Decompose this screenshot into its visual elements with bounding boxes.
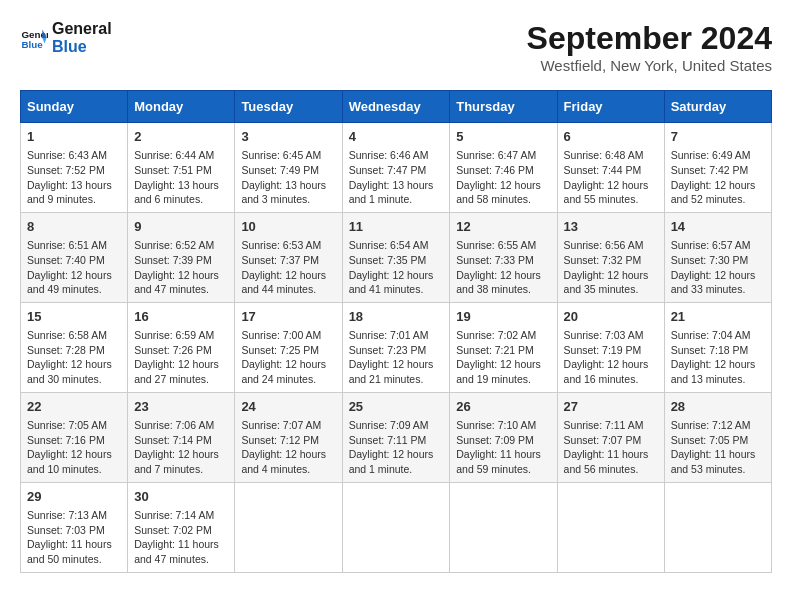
page-subtitle: Westfield, New York, United States bbox=[527, 57, 772, 74]
title-section: September 2024 Westfield, New York, Unit… bbox=[527, 20, 772, 74]
week-row-3: 15Sunrise: 6:58 AMSunset: 7:28 PMDayligh… bbox=[21, 302, 772, 392]
day-number: 1 bbox=[27, 128, 121, 146]
header-row: Sunday Monday Tuesday Wednesday Thursday… bbox=[21, 91, 772, 123]
day-number: 7 bbox=[671, 128, 765, 146]
day-number: 13 bbox=[564, 218, 658, 236]
day-number: 30 bbox=[134, 488, 228, 506]
calendar-cell: 19Sunrise: 7:02 AMSunset: 7:21 PMDayligh… bbox=[450, 302, 557, 392]
day-info: Sunrise: 6:49 AMSunset: 7:42 PMDaylight:… bbox=[671, 148, 765, 207]
header-sunday: Sunday bbox=[21, 91, 128, 123]
day-info: Sunrise: 7:07 AMSunset: 7:12 PMDaylight:… bbox=[241, 418, 335, 477]
day-number: 19 bbox=[456, 308, 550, 326]
calendar-cell: 7Sunrise: 6:49 AMSunset: 7:42 PMDaylight… bbox=[664, 123, 771, 213]
day-info: Sunrise: 6:58 AMSunset: 7:28 PMDaylight:… bbox=[27, 328, 121, 387]
calendar-cell: 14Sunrise: 6:57 AMSunset: 7:30 PMDayligh… bbox=[664, 212, 771, 302]
day-number: 28 bbox=[671, 398, 765, 416]
header-monday: Monday bbox=[128, 91, 235, 123]
day-info: Sunrise: 7:14 AMSunset: 7:02 PMDaylight:… bbox=[134, 508, 228, 567]
day-info: Sunrise: 6:47 AMSunset: 7:46 PMDaylight:… bbox=[456, 148, 550, 207]
day-number: 21 bbox=[671, 308, 765, 326]
day-info: Sunrise: 7:13 AMSunset: 7:03 PMDaylight:… bbox=[27, 508, 121, 567]
calendar-table: Sunday Monday Tuesday Wednesday Thursday… bbox=[20, 90, 772, 573]
logo-line1: General bbox=[52, 20, 112, 38]
calendar-cell: 20Sunrise: 7:03 AMSunset: 7:19 PMDayligh… bbox=[557, 302, 664, 392]
calendar-cell: 10Sunrise: 6:53 AMSunset: 7:37 PMDayligh… bbox=[235, 212, 342, 302]
day-info: Sunrise: 6:43 AMSunset: 7:52 PMDaylight:… bbox=[27, 148, 121, 207]
calendar-cell: 8Sunrise: 6:51 AMSunset: 7:40 PMDaylight… bbox=[21, 212, 128, 302]
day-number: 12 bbox=[456, 218, 550, 236]
day-number: 3 bbox=[241, 128, 335, 146]
calendar-cell: 13Sunrise: 6:56 AMSunset: 7:32 PMDayligh… bbox=[557, 212, 664, 302]
day-info: Sunrise: 6:44 AMSunset: 7:51 PMDaylight:… bbox=[134, 148, 228, 207]
calendar-cell bbox=[235, 482, 342, 572]
day-info: Sunrise: 7:12 AMSunset: 7:05 PMDaylight:… bbox=[671, 418, 765, 477]
calendar-cell: 16Sunrise: 6:59 AMSunset: 7:26 PMDayligh… bbox=[128, 302, 235, 392]
day-number: 2 bbox=[134, 128, 228, 146]
calendar-cell: 12Sunrise: 6:55 AMSunset: 7:33 PMDayligh… bbox=[450, 212, 557, 302]
day-number: 26 bbox=[456, 398, 550, 416]
calendar-body: 1Sunrise: 6:43 AMSunset: 7:52 PMDaylight… bbox=[21, 123, 772, 573]
calendar-cell: 3Sunrise: 6:45 AMSunset: 7:49 PMDaylight… bbox=[235, 123, 342, 213]
day-info: Sunrise: 7:05 AMSunset: 7:16 PMDaylight:… bbox=[27, 418, 121, 477]
day-number: 15 bbox=[27, 308, 121, 326]
day-info: Sunrise: 7:02 AMSunset: 7:21 PMDaylight:… bbox=[456, 328, 550, 387]
day-info: Sunrise: 7:01 AMSunset: 7:23 PMDaylight:… bbox=[349, 328, 444, 387]
day-info: Sunrise: 7:10 AMSunset: 7:09 PMDaylight:… bbox=[456, 418, 550, 477]
header-thursday: Thursday bbox=[450, 91, 557, 123]
calendar-cell: 4Sunrise: 6:46 AMSunset: 7:47 PMDaylight… bbox=[342, 123, 450, 213]
calendar-cell: 25Sunrise: 7:09 AMSunset: 7:11 PMDayligh… bbox=[342, 392, 450, 482]
day-number: 17 bbox=[241, 308, 335, 326]
calendar-cell: 1Sunrise: 6:43 AMSunset: 7:52 PMDaylight… bbox=[21, 123, 128, 213]
calendar-cell: 5Sunrise: 6:47 AMSunset: 7:46 PMDaylight… bbox=[450, 123, 557, 213]
day-number: 5 bbox=[456, 128, 550, 146]
calendar-cell: 9Sunrise: 6:52 AMSunset: 7:39 PMDaylight… bbox=[128, 212, 235, 302]
day-info: Sunrise: 6:56 AMSunset: 7:32 PMDaylight:… bbox=[564, 238, 658, 297]
day-number: 22 bbox=[27, 398, 121, 416]
day-info: Sunrise: 7:11 AMSunset: 7:07 PMDaylight:… bbox=[564, 418, 658, 477]
day-info: Sunrise: 6:57 AMSunset: 7:30 PMDaylight:… bbox=[671, 238, 765, 297]
day-number: 6 bbox=[564, 128, 658, 146]
svg-marker-3 bbox=[42, 38, 46, 44]
calendar-cell: 11Sunrise: 6:54 AMSunset: 7:35 PMDayligh… bbox=[342, 212, 450, 302]
week-row-2: 8Sunrise: 6:51 AMSunset: 7:40 PMDaylight… bbox=[21, 212, 772, 302]
calendar-cell: 17Sunrise: 7:00 AMSunset: 7:25 PMDayligh… bbox=[235, 302, 342, 392]
day-number: 11 bbox=[349, 218, 444, 236]
day-info: Sunrise: 6:52 AMSunset: 7:39 PMDaylight:… bbox=[134, 238, 228, 297]
calendar-cell bbox=[664, 482, 771, 572]
calendar-cell: 30Sunrise: 7:14 AMSunset: 7:02 PMDayligh… bbox=[128, 482, 235, 572]
day-number: 20 bbox=[564, 308, 658, 326]
week-row-5: 29Sunrise: 7:13 AMSunset: 7:03 PMDayligh… bbox=[21, 482, 772, 572]
day-info: Sunrise: 6:54 AMSunset: 7:35 PMDaylight:… bbox=[349, 238, 444, 297]
day-info: Sunrise: 7:04 AMSunset: 7:18 PMDaylight:… bbox=[671, 328, 765, 387]
calendar-cell bbox=[557, 482, 664, 572]
calendar-cell: 21Sunrise: 7:04 AMSunset: 7:18 PMDayligh… bbox=[664, 302, 771, 392]
day-info: Sunrise: 7:00 AMSunset: 7:25 PMDaylight:… bbox=[241, 328, 335, 387]
day-number: 24 bbox=[241, 398, 335, 416]
day-info: Sunrise: 6:51 AMSunset: 7:40 PMDaylight:… bbox=[27, 238, 121, 297]
day-number: 25 bbox=[349, 398, 444, 416]
day-number: 29 bbox=[27, 488, 121, 506]
calendar-cell: 29Sunrise: 7:13 AMSunset: 7:03 PMDayligh… bbox=[21, 482, 128, 572]
header-wednesday: Wednesday bbox=[342, 91, 450, 123]
calendar-cell: 15Sunrise: 6:58 AMSunset: 7:28 PMDayligh… bbox=[21, 302, 128, 392]
calendar-cell: 26Sunrise: 7:10 AMSunset: 7:09 PMDayligh… bbox=[450, 392, 557, 482]
header-friday: Friday bbox=[557, 91, 664, 123]
page-header: General Blue General Blue September 2024… bbox=[20, 20, 772, 74]
calendar-cell: 28Sunrise: 7:12 AMSunset: 7:05 PMDayligh… bbox=[664, 392, 771, 482]
calendar-cell: 22Sunrise: 7:05 AMSunset: 7:16 PMDayligh… bbox=[21, 392, 128, 482]
day-number: 4 bbox=[349, 128, 444, 146]
day-info: Sunrise: 7:09 AMSunset: 7:11 PMDaylight:… bbox=[349, 418, 444, 477]
day-number: 8 bbox=[27, 218, 121, 236]
page-title: September 2024 bbox=[527, 20, 772, 57]
svg-text:Blue: Blue bbox=[21, 38, 43, 49]
calendar-cell: 2Sunrise: 6:44 AMSunset: 7:51 PMDaylight… bbox=[128, 123, 235, 213]
logo-line2: Blue bbox=[52, 38, 112, 56]
logo: General Blue General Blue bbox=[20, 20, 112, 55]
day-info: Sunrise: 6:46 AMSunset: 7:47 PMDaylight:… bbox=[349, 148, 444, 207]
header-saturday: Saturday bbox=[664, 91, 771, 123]
day-info: Sunrise: 6:53 AMSunset: 7:37 PMDaylight:… bbox=[241, 238, 335, 297]
day-info: Sunrise: 7:06 AMSunset: 7:14 PMDaylight:… bbox=[134, 418, 228, 477]
week-row-1: 1Sunrise: 6:43 AMSunset: 7:52 PMDaylight… bbox=[21, 123, 772, 213]
day-number: 18 bbox=[349, 308, 444, 326]
day-number: 14 bbox=[671, 218, 765, 236]
